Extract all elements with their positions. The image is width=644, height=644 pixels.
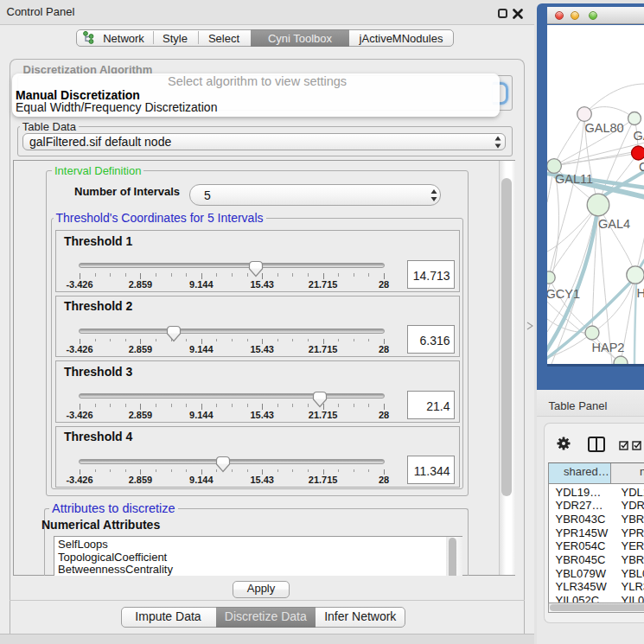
svg-text:GAL4: GAL4 [598,217,630,231]
svg-text:GAL80: GAL80 [584,121,623,135]
svg-text:C: C [639,160,644,174]
svg-text:GAL11: GAL11 [555,172,593,186]
svg-text:GA: GA [633,128,644,142]
svg-text:GCY1: GCY1 [547,287,580,301]
svg-text:H: H [636,286,644,300]
svg-text:HAP2: HAP2 [591,341,624,354]
